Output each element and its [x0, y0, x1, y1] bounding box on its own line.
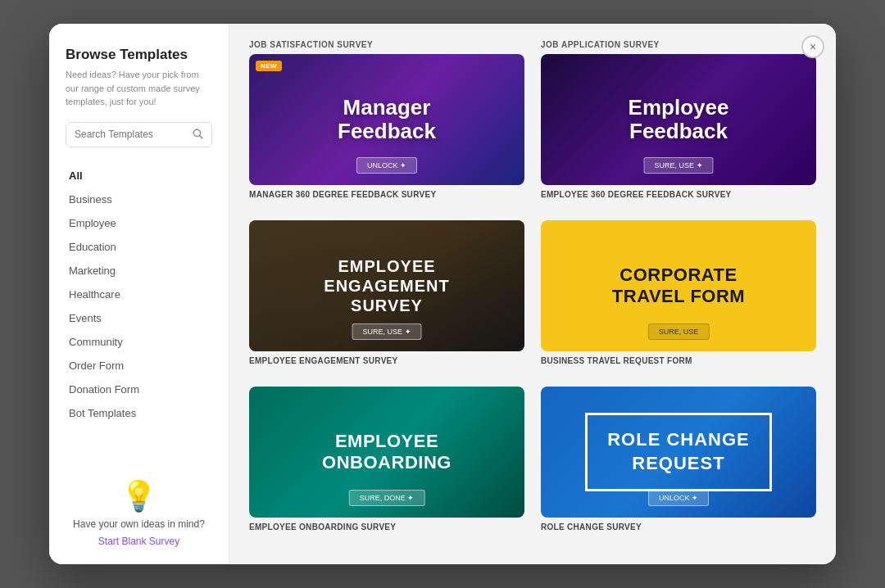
start-blank-survey-link[interactable]: Start Blank Survey: [98, 536, 179, 547]
sidebar-item-employee[interactable]: Employee: [66, 211, 212, 235]
main-content: JOB SATISFACTION SURVEY NEW ManagerFeedb…: [229, 24, 836, 564]
card-action-employee-feedback[interactable]: SURE, USE ✦: [643, 157, 713, 174]
template-name-onboarding: EMPLOYEE ONBOARDING SURVEY: [249, 522, 524, 531]
template-item-onboarding: EMPLOYEEONBOARDING SURE, DONE ✦ EMPLOYEE…: [249, 382, 524, 531]
card-action-role-change[interactable]: UNLOCK ✦: [648, 490, 709, 506]
template-card-employee-feedback[interactable]: EmployeeFeedback SURE, USE ✦: [541, 54, 816, 185]
sidebar: Browse Templates Need ideas? Have your p…: [49, 24, 229, 564]
sidebar-item-community[interactable]: Community: [66, 330, 212, 354]
sidebar-subtitle: Need ideas? Have your pick from our rang…: [66, 68, 212, 109]
card-action-onboarding[interactable]: SURE, DONE ✦: [349, 490, 425, 506]
card-title-role-change: ROLE CHANGEREQUEST: [607, 428, 750, 475]
svg-line-1: [200, 135, 202, 138]
card-action-unlock-manager[interactable]: UNLOCK ✦: [356, 157, 417, 174]
template-item-employee-engagement: EMPLOYEEENGAGEMENTSURVEY SURE, USE ✦ EMP…: [249, 215, 524, 365]
sidebar-item-bot-templates[interactable]: Bot Templates: [66, 401, 212, 425]
search-input[interactable]: [75, 129, 187, 140]
sidebar-footer: 💡 Have your own ideas in mind? Start Bla…: [66, 466, 212, 548]
sidebar-item-marketing[interactable]: Marketing: [66, 259, 212, 283]
templates-grid: JOB SATISFACTION SURVEY NEW ManagerFeedb…: [249, 40, 816, 531]
card-text-box-role-change: ROLE CHANGEREQUEST: [585, 413, 772, 491]
template-item-role-change: ROLE CHANGEREQUEST UNLOCK ✦ ROLE CHANGE …: [541, 382, 816, 531]
sidebar-item-healthcare[interactable]: Healthcare: [66, 283, 212, 306]
template-card-manager-feedback[interactable]: NEW ManagerFeedback UNLOCK ✦: [249, 54, 524, 185]
browse-templates-modal: × Browse Templates Need ideas? Have your…: [49, 24, 836, 564]
close-button[interactable]: ×: [801, 35, 824, 58]
card-badge-new: NEW: [256, 61, 282, 71]
bulb-icon: 💡: [66, 479, 212, 513]
template-item-corporate-travel: CORPORATETRAVEL FORM SURE, USE BUSINESS …: [541, 215, 816, 365]
template-item-job-satisfaction: JOB SATISFACTION SURVEY NEW ManagerFeedb…: [249, 40, 524, 199]
search-box: [66, 122, 212, 147]
footer-text: Have your own ideas in mind?: [66, 518, 212, 530]
sidebar-title: Browse Templates: [66, 47, 212, 63]
sidebar-item-events[interactable]: Events: [66, 306, 212, 330]
template-card-corporate-travel[interactable]: CORPORATETRAVEL FORM SURE, USE: [541, 220, 816, 351]
sidebar-item-order-form[interactable]: Order Form: [66, 354, 212, 378]
card-title-manager-feedback: ManagerFeedback: [329, 88, 444, 151]
sidebar-item-donation-form[interactable]: Donation Form: [66, 378, 212, 401]
sidebar-item-all[interactable]: All: [66, 164, 212, 188]
search-icon: [192, 128, 203, 142]
template-name-corporate-travel: BUSINESS TRAVEL REQUEST FORM: [541, 356, 816, 365]
template-item-job-application: JOB APPLICATION SURVEY EmployeeFeedback …: [541, 40, 816, 199]
template-card-onboarding[interactable]: EMPLOYEEONBOARDING SURE, DONE ✦: [249, 387, 524, 518]
card-title-employee-feedback: EmployeeFeedback: [620, 88, 738, 151]
template-card-role-change[interactable]: ROLE CHANGEREQUEST UNLOCK ✦: [541, 387, 816, 518]
nav-list: All Business Employee Education Marketin…: [66, 164, 212, 467]
card-title-employee-engagement: EMPLOYEEENGAGEMENTSURVEY: [315, 248, 457, 323]
card-action-corporate-travel[interactable]: SURE, USE: [648, 323, 710, 340]
template-name-employee-engagement: EMPLOYEE ENGAGEMENT SURVEY: [249, 356, 524, 365]
template-name-employee-feedback: EMPLOYEE 360 DEGREE FEEDBACK SURVEY: [541, 190, 816, 199]
section-label-2: JOB APPLICATION SURVEY: [541, 40, 816, 49]
card-title-onboarding: EMPLOYEEONBOARDING: [314, 423, 460, 482]
sidebar-item-business[interactable]: Business: [66, 188, 212, 211]
card-title-corporate-travel: CORPORATETRAVEL FORM: [604, 256, 753, 316]
template-card-employee-engagement[interactable]: EMPLOYEEENGAGEMENTSURVEY SURE, USE ✦: [249, 220, 524, 351]
section-label-1: JOB SATISFACTION SURVEY: [249, 40, 524, 49]
card-action-employee-engagement[interactable]: SURE, USE ✦: [352, 323, 421, 340]
template-name-manager-feedback: MANAGER 360 DEGREE FEEDBACK SURVEY: [249, 190, 524, 199]
sidebar-item-education[interactable]: Education: [66, 235, 212, 259]
template-name-role-change: ROLE CHANGE SURVEY: [541, 522, 816, 531]
